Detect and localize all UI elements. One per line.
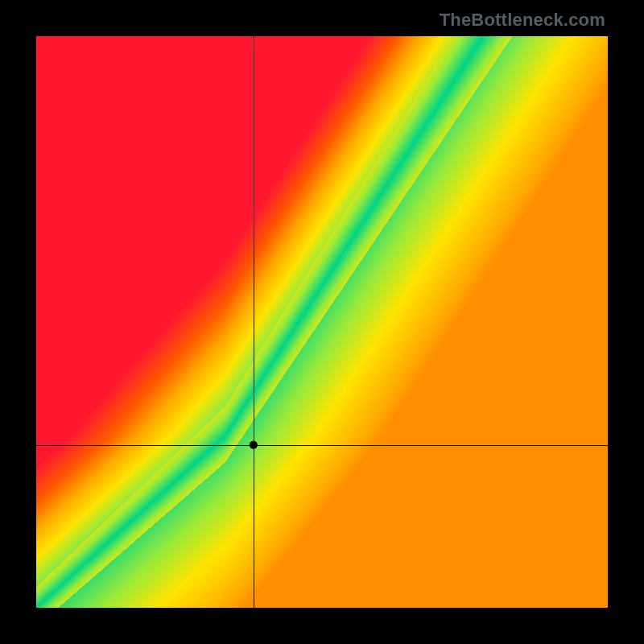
heatmap-plot (36, 36, 608, 608)
watermark-text: TheBottleneck.com (440, 10, 605, 31)
outer-frame: TheBottleneck.com (0, 0, 644, 644)
heatmap-canvas (36, 36, 608, 608)
